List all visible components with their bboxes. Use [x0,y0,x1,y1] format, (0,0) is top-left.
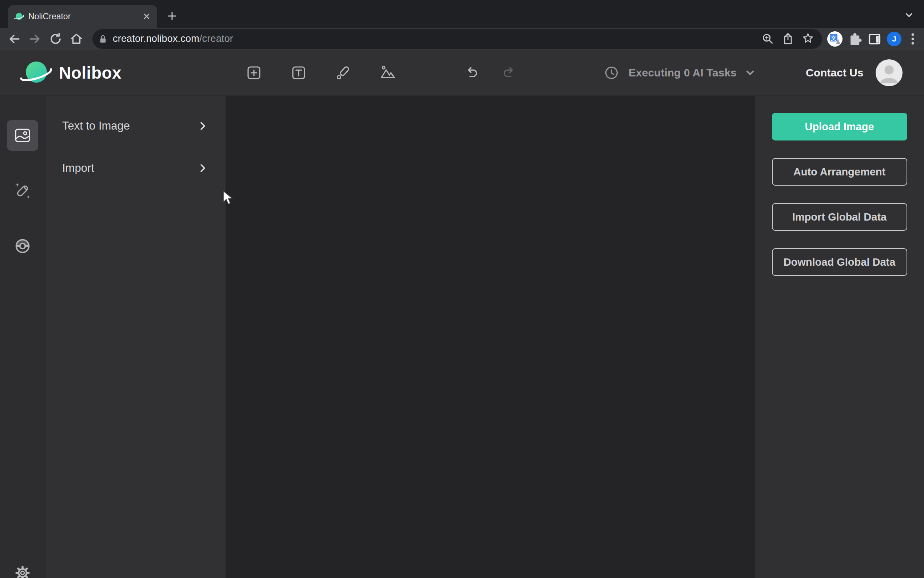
add-shape-icon[interactable] [246,65,262,81]
share-icon[interactable] [781,32,795,46]
url-text: creator.nolibox.com/creator [113,33,233,44]
panel-item-label: Text to Image [62,119,198,133]
sidebar-item-magic-tools[interactable] [7,175,38,206]
profile-initial: J [892,34,896,43]
brush-icon[interactable] [335,65,352,81]
text-tool-icon[interactable] [290,65,307,81]
tab-strip: NoliCreator [0,0,924,28]
tools-panel: Text to Image Import [45,96,225,578]
magic-wand-icon [13,182,32,200]
panel-item-text-to-image[interactable]: Text to Image [45,113,225,139]
chevron-right-icon [198,163,208,173]
canvas-tools [246,65,396,81]
sidebar-item-settings[interactable] [7,558,38,578]
sidebar-item-disc[interactable] [7,231,38,261]
translate-icon[interactable]: 文 [827,31,843,47]
image-panel-icon [13,126,32,144]
chevron-down-icon [744,68,756,77]
browser-tab[interactable]: NoliCreator [8,5,157,28]
user-avatar[interactable] [875,59,903,86]
sidebar-item-images[interactable] [7,120,38,151]
panel-item-import[interactable]: Import [45,155,225,181]
zoom-icon[interactable] [761,32,775,46]
close-icon[interactable] [142,11,151,21]
undo-icon[interactable] [463,65,480,81]
forward-icon[interactable] [27,31,42,47]
svg-text:文: 文 [830,34,836,41]
extensions-puzzle-icon[interactable] [848,32,862,46]
image-tool-icon[interactable] [380,65,396,81]
back-icon[interactable] [6,31,22,47]
toolbar-extensions: 文 J [827,31,924,47]
side-panel-icon[interactable] [867,32,882,46]
reload-icon[interactable] [48,31,63,47]
address-bar[interactable]: creator.nolibox.com/creator [92,29,822,49]
upload-image-button[interactable]: Upload Image [772,113,907,141]
url-path: /creator [199,33,233,44]
disc-icon [13,237,32,255]
clock-icon [604,65,619,80]
omnibox-actions [761,32,816,46]
history-controls [463,65,517,81]
design-canvas[interactable] [225,96,755,578]
download-global-data-button[interactable]: Download Global Data [772,248,907,276]
redo-icon[interactable] [500,65,517,81]
mouse-cursor [221,190,235,206]
planet-favicon [15,12,24,21]
profile-avatar[interactable]: J [887,32,901,46]
chevron-right-icon [198,121,208,131]
ai-tasks-label: Executing 0 AI Tasks [629,67,737,79]
contact-us-link[interactable]: Contact Us [806,67,863,79]
app-header: Nolibox [0,50,924,96]
home-icon[interactable] [69,31,84,47]
workspace: Text to Image Import Upload Image Auto A… [0,96,924,578]
url-host: creator.nolibox.com [113,33,199,44]
kebab-menu-icon[interactable] [911,32,914,46]
browser-toolbar: creator.nolibox.com/creator [0,28,924,50]
panel-item-label: Import [62,162,198,175]
import-global-data-button[interactable]: Import Global Data [772,203,907,231]
brand-name: Nolibox [59,63,121,83]
left-sidebar [0,96,45,578]
gear-icon [13,564,32,578]
tab-list-chevron-icon[interactable] [904,11,914,19]
new-tab-icon[interactable] [167,11,178,21]
auto-arrangement-button[interactable]: Auto Arrangement [772,158,907,186]
ai-tasks-dropdown[interactable]: Executing 0 AI Tasks [604,65,756,80]
right-actions-panel: Upload Image Auto Arrangement Import Glo… [755,96,924,578]
bookmark-star-icon[interactable] [801,32,815,46]
tab-title: NoliCreator [28,11,142,21]
browser-window: NoliCreator [0,0,924,578]
lock-icon[interactable] [99,34,107,44]
nolibox-logo[interactable]: Nolibox [22,58,121,87]
